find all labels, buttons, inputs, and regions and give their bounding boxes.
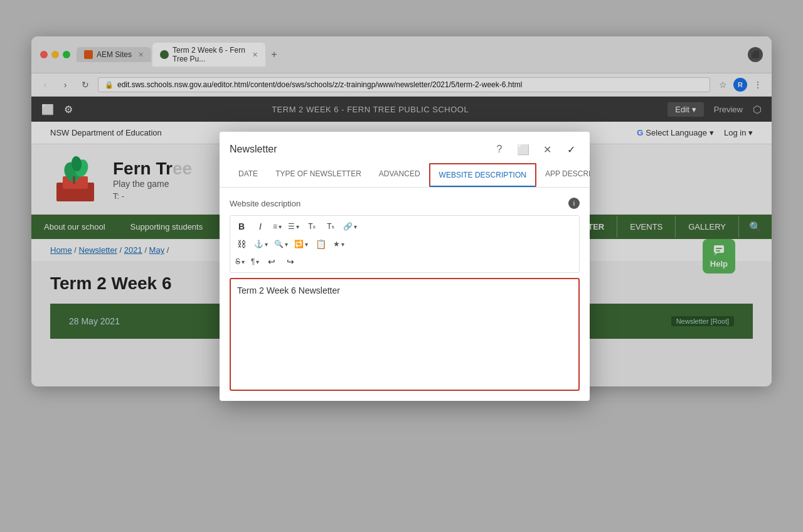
tab-website-desc[interactable]: WEBSITE DESCRIPTION (429, 163, 536, 187)
toolbar-paste-text[interactable]: 📋 (312, 236, 329, 252)
field-info-icon[interactable]: i (568, 198, 580, 209)
modal-title: Newsletter (230, 144, 277, 155)
tab-advanced[interactable]: ADVANCED (370, 163, 429, 187)
modal-help-button[interactable]: ? (491, 141, 508, 158)
editor-content: Term 2 Week 6 Newsletter (237, 285, 340, 295)
website-description-editor[interactable]: Term 2 Week 6 Newsletter (230, 278, 580, 391)
editor-toolbar: B I ≡▾ ☰▾ Ts Ts 🔗▾ ⛓ ⚓▾ (230, 215, 580, 273)
newsletter-modal: Newsletter ? ⬜ ✕ ✓ DATE TYPE OF NEWSLETT… (220, 132, 590, 401)
toolbar-anchor-dropdown[interactable]: ⚓▾ (252, 236, 270, 252)
toolbar-superscript[interactable]: Ts (322, 218, 339, 235)
toolbar-undo[interactable]: ↩ (263, 253, 280, 270)
modal-fullscreen-button[interactable]: ⬜ (514, 141, 532, 158)
toolbar-replace-dropdown[interactable]: 🔁▾ (292, 236, 311, 252)
toolbar-special-char-dropdown[interactable]: ★▾ (331, 236, 347, 252)
tab-type[interactable]: TYPE OF NEWSLETTER (267, 163, 370, 187)
toolbar-paragraph-dropdown[interactable]: ¶▾ (248, 253, 262, 270)
toolbar-link-dropdown[interactable]: 🔗▾ (341, 218, 359, 235)
tab-app-desc[interactable]: APP DESCRIPTION (536, 163, 590, 187)
toolbar-subscript[interactable]: Ts (303, 218, 321, 235)
toolbar-redo[interactable]: ↪ (282, 253, 299, 270)
toolbar-strikethrough-dropdown[interactable]: S▾ (233, 253, 247, 270)
toolbar-list-dropdown[interactable]: ☰▾ (285, 218, 302, 235)
toolbar-italic[interactable]: I (252, 218, 269, 235)
toolbar-search-dropdown[interactable]: 🔍▾ (272, 236, 290, 252)
modal-confirm-button[interactable]: ✓ (562, 141, 580, 158)
field-label-text: Website description (230, 199, 300, 208)
modal-close-button[interactable]: ✕ (538, 141, 556, 158)
toolbar-bold[interactable]: B (233, 218, 250, 235)
tab-date[interactable]: DATE (230, 163, 267, 187)
toolbar-unlink[interactable]: ⛓ (233, 236, 250, 252)
toolbar-align-dropdown[interactable]: ≡▾ (270, 218, 284, 235)
